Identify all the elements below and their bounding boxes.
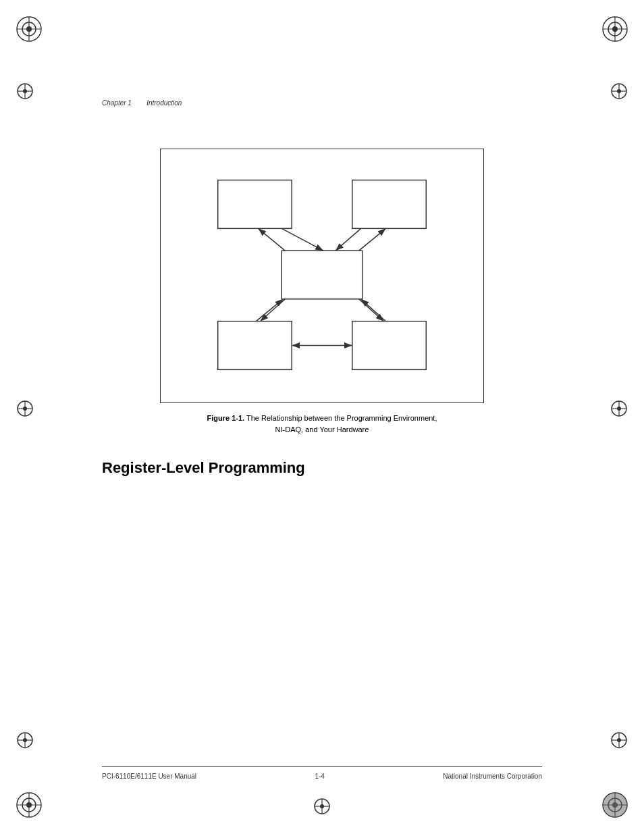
corner-mark-bl <box>12 788 46 822</box>
svg-line-57 <box>258 228 285 251</box>
corner-mark-br <box>598 788 632 822</box>
svg-line-58 <box>336 228 361 251</box>
corner-mark-tr <box>598 12 632 46</box>
figure-container <box>160 149 484 403</box>
svg-line-56 <box>281 228 323 251</box>
figure-caption-text: The Relationship between the Programming… <box>244 414 437 422</box>
breadcrumb: Chapter 1 Introduction <box>102 99 182 107</box>
side-mark-right-top <box>609 81 629 104</box>
diagram-svg <box>181 170 463 386</box>
section-heading: Register-Level Programming <box>102 459 542 477</box>
bottom-center-mark <box>312 796 332 819</box>
svg-line-60 <box>260 299 285 321</box>
figure-caption-bold: Figure 1-1. <box>207 414 245 422</box>
side-mark-right-mid <box>609 398 629 421</box>
svg-line-61 <box>256 299 283 321</box>
svg-rect-51 <box>281 251 362 299</box>
svg-rect-49 <box>218 180 292 229</box>
svg-point-20 <box>603 793 627 817</box>
svg-line-62 <box>359 299 384 321</box>
footer-center: 1-4 <box>315 773 324 780</box>
svg-line-59 <box>359 228 386 251</box>
footer-left: PCI-6110E/6111E User Manual <box>102 773 196 780</box>
chapter-label: Chapter 1 <box>102 99 132 107</box>
svg-rect-53 <box>352 321 426 370</box>
svg-rect-50 <box>352 180 426 229</box>
side-mark-left-top <box>15 81 35 104</box>
svg-rect-52 <box>218 321 292 370</box>
svg-line-63 <box>361 299 386 321</box>
footer: PCI-6110E/6111E User Manual 1-4 National… <box>102 766 542 780</box>
content-area: Figure 1-1. The Relationship between the… <box>102 149 542 477</box>
side-mark-left-mid <box>15 398 35 421</box>
figure-caption-line2: NI-DAQ, and Your Hardware <box>275 425 369 434</box>
side-mark-left-bot <box>15 730 35 753</box>
footer-right: National Instruments Corporation <box>443 773 542 780</box>
figure-caption: Figure 1-1. The Relationship between the… <box>102 413 542 435</box>
diagram <box>181 170 463 386</box>
side-mark-right-bot <box>609 730 629 753</box>
chapter-title: Introduction <box>146 99 182 107</box>
corner-mark-tl <box>12 12 46 46</box>
